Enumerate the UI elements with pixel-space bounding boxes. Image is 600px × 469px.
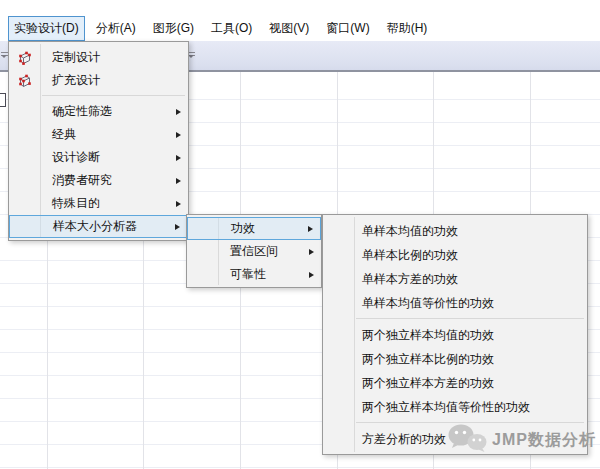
menu-item-one-sample-mean-power[interactable]: 单样本均值的功效 [323, 219, 587, 243]
menu-item-label: 可靠性 [230, 266, 266, 283]
toolbar-overflow-icon[interactable] [1, 52, 8, 63]
submenu-arrow-icon [176, 109, 181, 115]
menu-item-design-diagnostics[interactable]: 设计诊断 [9, 146, 188, 169]
menubar-item-analyze[interactable]: 分析(A) [90, 16, 142, 41]
menu-item-one-sample-variance-power[interactable]: 单样本方差的功效 [323, 267, 587, 291]
watermark: JMP数据分析 [447, 423, 596, 457]
menu-bar: 实验设计(D) 分析(A) 图形(G) 工具(O) 视图(V) 窗口(W) 帮助… [0, 15, 600, 41]
menu-item-two-sample-equivalence-power[interactable]: 两个独立样本均值等价性的功效 [323, 395, 587, 419]
submenu-arrow-icon [176, 201, 181, 207]
menu-item-label: 两个独立样本方差的功效 [362, 375, 494, 392]
doe-custom-design-icon [17, 50, 32, 65]
menubar-item-window[interactable]: 窗口(W) [320, 16, 375, 41]
watermark-text: JMP数据分析 [492, 430, 596, 451]
menubar-item-view[interactable]: 视图(V) [263, 16, 315, 41]
menu-item-one-sample-equivalence-power[interactable]: 单样本均值等价性的功效 [323, 291, 587, 315]
menu-item-one-sample-proportion-power[interactable]: 单样本比例的功效 [323, 243, 587, 267]
menu-item-label: 置信区间 [230, 243, 278, 260]
power-menu: 单样本均值的功效 单样本比例的功效 单样本方差的功效 单样本均值等价性的功效 两… [322, 214, 588, 455]
menu-item-label: 功效 [231, 220, 255, 237]
menu-item-definitive-screening[interactable]: 确定性筛选 [9, 100, 188, 123]
menu-separator [356, 318, 584, 319]
menu-item-augment-design[interactable]: 扩充设计 [9, 69, 188, 92]
doe-augment-design-icon [17, 73, 32, 88]
menu-item-label: 两个独立样本比例的功效 [362, 351, 494, 368]
menu-item-label: 两个独立样本均值等价性的功效 [362, 399, 530, 416]
menu-item-label: 定制设计 [52, 49, 100, 66]
menu-separator [42, 95, 185, 96]
menu-item-reliability[interactable]: 可靠性 [187, 263, 321, 286]
menubar-item-graph[interactable]: 图形(G) [147, 16, 200, 41]
wechat-logo-icon [447, 423, 487, 457]
menubar-item-tools[interactable]: 工具(O) [205, 16, 258, 41]
menu-item-label: 单样本均值等价性的功效 [362, 295, 494, 312]
sample-size-menu: 功效 置信区间 可靠性 [186, 214, 322, 288]
menu-item-label: 经典 [52, 126, 76, 143]
menu-item-label: 确定性筛选 [52, 103, 112, 120]
menu-item-classical[interactable]: 经典 [9, 123, 188, 146]
menubar-item-help[interactable]: 帮助(H) [381, 16, 434, 41]
menu-item-confidence-intervals[interactable]: 置信区间 [187, 240, 321, 263]
menu-item-label: 特殊目的 [52, 195, 100, 212]
menu-item-label: 方差分析的功效 [362, 431, 446, 448]
menu-item-two-sample-variances-power[interactable]: 两个独立样本方差的功效 [323, 371, 587, 395]
menu-item-two-sample-proportions-power[interactable]: 两个独立样本比例的功效 [323, 347, 587, 371]
submenu-arrow-icon [176, 155, 181, 161]
menubar-item-doe[interactable]: 实验设计(D) [8, 16, 85, 41]
submenu-arrow-icon [175, 224, 180, 230]
menu-item-label: 扩充设计 [52, 72, 100, 89]
submenu-arrow-icon [176, 178, 181, 184]
menu-item-label: 设计诊断 [52, 149, 100, 166]
submenu-arrow-icon [308, 226, 313, 232]
submenu-arrow-icon [309, 249, 314, 255]
menu-item-label: 单样本比例的功效 [362, 247, 458, 264]
menu-item-sample-size-explorers[interactable]: 样本大小分析器 [9, 215, 188, 238]
menu-item-power[interactable]: 功效 [187, 217, 321, 240]
menu-item-two-sample-means-power[interactable]: 两个独立样本均值的功效 [323, 323, 587, 347]
table-panel-fragment [0, 93, 6, 107]
menu-item-label: 样本大小分析器 [53, 218, 137, 235]
submenu-arrow-icon [309, 272, 314, 278]
menu-item-special-purpose[interactable]: 特殊目的 [9, 192, 188, 215]
submenu-arrow-icon [176, 132, 181, 138]
menu-item-consumer-studies[interactable]: 消费者研究 [9, 169, 188, 192]
doe-menu: 定制设计 扩充设计 确定性筛选 经典 设计诊断 消费者研究 [8, 41, 189, 241]
menu-item-label: 消费者研究 [52, 172, 112, 189]
toolbar-overflow-icon[interactable] [188, 52, 195, 63]
menu-item-label: 单样本均值的功效 [362, 223, 458, 240]
menu-item-custom-design[interactable]: 定制设计 [9, 46, 188, 69]
menu-item-label: 两个独立样本均值的功效 [362, 327, 494, 344]
menu-item-label: 单样本方差的功效 [362, 271, 458, 288]
